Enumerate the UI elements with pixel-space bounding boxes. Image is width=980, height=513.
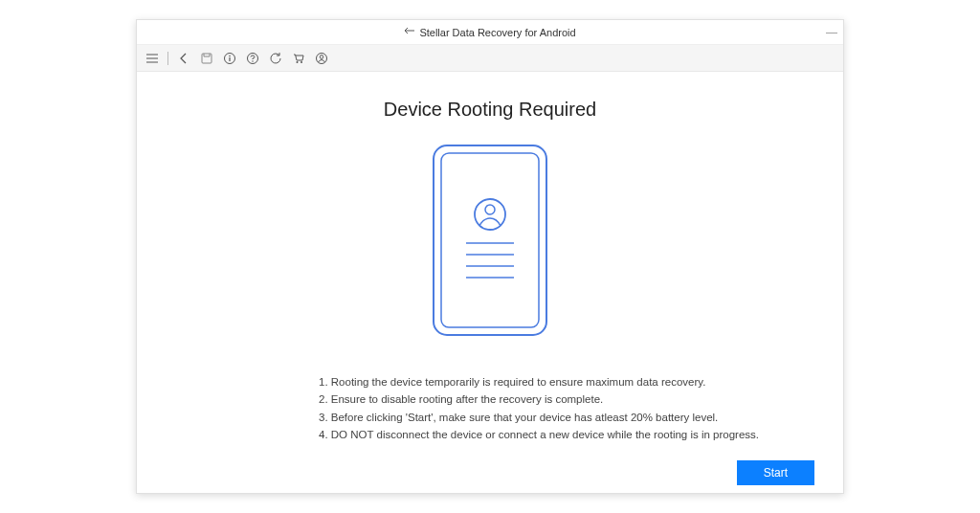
- svg-point-13: [485, 205, 495, 214]
- app-window: Stellar Data Recovery for Android —: [136, 19, 844, 494]
- back-arrow-icon: [404, 27, 415, 38]
- help-icon[interactable]: [245, 51, 260, 66]
- info-icon[interactable]: [222, 51, 237, 66]
- main-content: Device Rooting Required 1. Rooting the d…: [137, 72, 843, 493]
- refresh-icon[interactable]: [268, 51, 283, 66]
- user-icon[interactable]: [314, 51, 329, 66]
- start-button[interactable]: Start: [737, 460, 814, 485]
- minimize-button[interactable]: —: [826, 26, 837, 39]
- back-icon[interactable]: [176, 51, 191, 66]
- svg-point-6: [297, 61, 299, 63]
- svg-rect-3: [229, 57, 230, 61]
- window-controls: —: [826, 20, 837, 44]
- toolbar-divider: [167, 52, 168, 65]
- app-title: Stellar Data Recovery for Android: [419, 27, 575, 38]
- svg-point-2: [229, 55, 231, 56]
- phone-illustration: [428, 140, 552, 345]
- svg-rect-10: [434, 145, 546, 335]
- svg-point-9: [320, 55, 323, 58]
- svg-point-7: [301, 61, 302, 63]
- instructions-list: 1. Rooting the device temporarily is req…: [319, 373, 759, 444]
- instruction-line: 2. Ensure to disable rooting after the r…: [319, 390, 759, 408]
- svg-point-5: [252, 60, 253, 61]
- page-heading: Device Rooting Required: [384, 99, 596, 121]
- title-wrapper: Stellar Data Recovery for Android: [404, 27, 575, 38]
- titlebar: Stellar Data Recovery for Android —: [137, 20, 843, 45]
- cart-icon[interactable]: [291, 51, 306, 66]
- svg-rect-11: [441, 153, 539, 327]
- menu-icon[interactable]: [145, 51, 160, 66]
- instruction-line: 1. Rooting the device temporarily is req…: [319, 373, 759, 390]
- instruction-line: 4. DO NOT disconnect the device or conne…: [319, 426, 759, 443]
- toolbar: [137, 45, 843, 72]
- save-icon[interactable]: [199, 51, 214, 66]
- instruction-line: 3. Before clicking 'Start', make sure th…: [319, 409, 759, 426]
